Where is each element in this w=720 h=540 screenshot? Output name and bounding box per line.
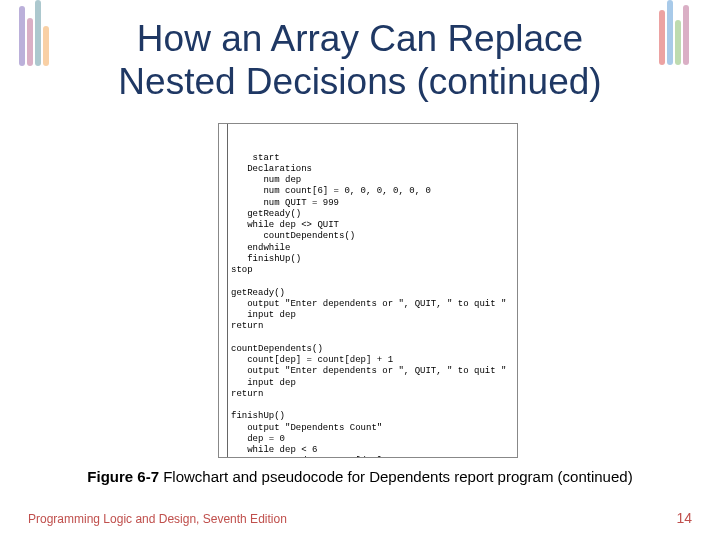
pseudocode-text: start Declarations num dep num count[6] … [231,153,506,459]
figure-label: Figure 6-7 [87,468,159,485]
figure-caption-text: Flowchart and pseudocode for Dependents … [159,468,633,485]
code-margin-rule [227,124,228,457]
figure-caption: Figure 6-7 Flowchart and pseudocode for … [0,468,720,485]
title-line-2: Nested Decisions (continued) [118,61,601,102]
title-line-1: How an Array Can Replace [137,18,583,59]
slide-title: How an Array Can Replace Nested Decision… [0,18,720,103]
footer-book-title: Programming Logic and Design, Seventh Ed… [28,512,287,526]
pseudocode-box: start Declarations num dep num count[6] … [218,123,518,458]
footer-page-number: 14 [676,510,692,526]
slide: How an Array Can Replace Nested Decision… [0,0,720,540]
